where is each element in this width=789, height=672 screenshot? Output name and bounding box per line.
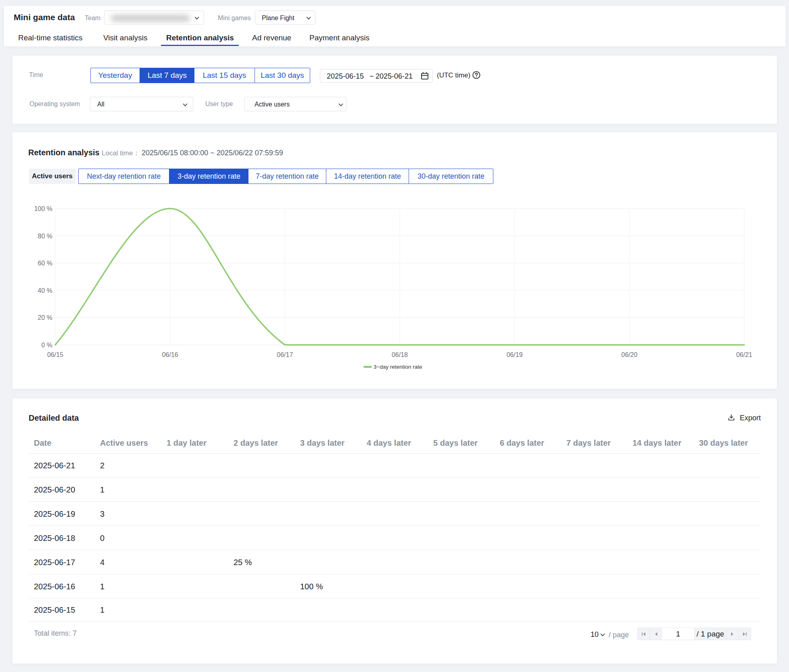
svg-text:06/20: 06/20 <box>621 351 637 358</box>
svg-text:06/19: 06/19 <box>507 351 523 358</box>
svg-text:06/15: 06/15 <box>47 351 63 358</box>
svg-text:06/21: 06/21 <box>736 351 752 358</box>
svg-text:06/18: 06/18 <box>392 351 408 358</box>
svg-text:100 %: 100 % <box>34 205 52 212</box>
svg-text:0 %: 0 % <box>41 342 52 349</box>
svg-text:40 %: 40 % <box>38 287 52 294</box>
svg-text:3−day retention rate: 3−day retention rate <box>374 364 422 370</box>
svg-text:60 %: 60 % <box>38 260 52 267</box>
svg-text:80 %: 80 % <box>38 233 52 240</box>
svg-text:06/17: 06/17 <box>277 351 293 358</box>
svg-text:06/16: 06/16 <box>162 351 178 358</box>
svg-text:20 %: 20 % <box>38 314 52 321</box>
